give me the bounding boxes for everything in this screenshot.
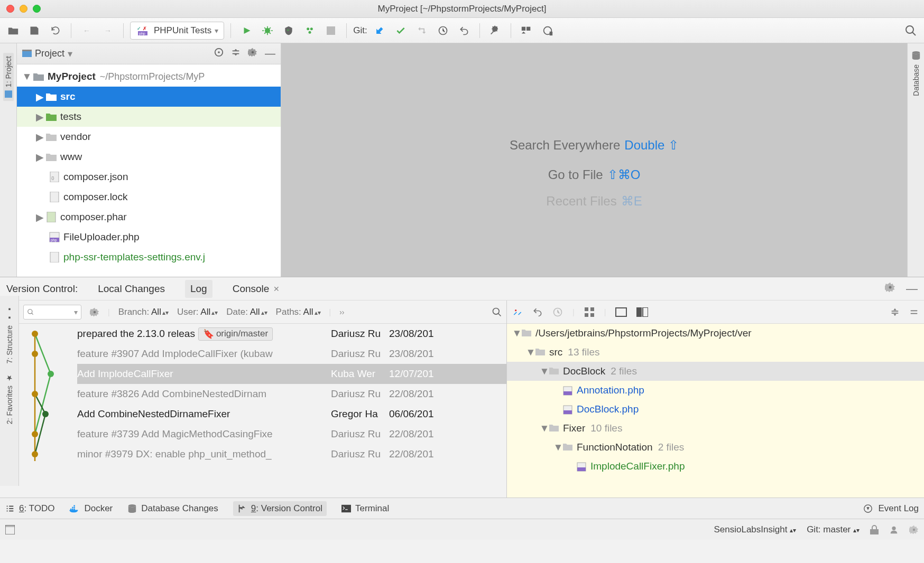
coverage-icon[interactable]: [280, 22, 298, 40]
more-icon[interactable]: ››: [339, 308, 344, 316]
log-row[interactable]: Add CombineNestedDirnameFixer Gregor Ha …: [77, 404, 506, 424]
log-row[interactable]: feature #3907 Add ImplodeCallFixer (kuba…: [77, 344, 506, 364]
log-search-input[interactable]: ▾: [23, 305, 81, 320]
locate-icon[interactable]: [214, 48, 224, 60]
structure-tool-tab[interactable]: 7: Structure ▪▪: [5, 305, 14, 363]
git-commit-icon[interactable]: [392, 22, 410, 40]
favorites-tool-tab[interactable]: 2: Favorites ★: [5, 374, 14, 424]
close-window-button[interactable]: [6, 5, 14, 13]
gear-status-icon[interactable]: [909, 525, 919, 534]
run-configuration-select[interactable]: ✓✗php PHPUnit Tests ▾: [130, 22, 224, 40]
db-changes-tool[interactable]: Database Changes: [127, 503, 218, 514]
tree-item-env-file[interactable]: php-ssr-templates-settings.env.j: [17, 247, 281, 267]
terminal-tool[interactable]: Terminal: [341, 503, 389, 514]
gear-icon[interactable]: [248, 48, 257, 60]
database-tool-tab[interactable]: Database: [912, 64, 920, 96]
git-compare-icon[interactable]: [413, 22, 431, 40]
collapse-all-icon[interactable]: [909, 307, 919, 317]
open-file-icon[interactable]: [4, 22, 22, 40]
project-view-select[interactable]: Project ▾: [22, 48, 72, 60]
log-row[interactable]: feature #3739 Add MagicMethodCasingFixe …: [77, 424, 506, 444]
log-row[interactable]: minor #3979 DX: enable php_unit_method_ …: [77, 444, 506, 464]
project-tool-tab[interactable]: 1: Project: [3, 53, 14, 101]
expand-all-icon[interactable]: [890, 307, 900, 317]
ide-scripting-icon[interactable]: [518, 22, 535, 40]
todo-tool[interactable]: 6: TODO: [5, 503, 54, 514]
refresh-icon[interactable]: [47, 22, 64, 40]
event-log-tool[interactable]: Event Log: [863, 503, 919, 514]
tree-item-composer-phar[interactable]: ▶ composer.phar: [17, 207, 281, 227]
tree-item-vendor[interactable]: ▶ vendor: [17, 127, 281, 147]
diff-folder-docblock[interactable]: ▼ DocBlock 2 files: [507, 362, 924, 381]
diff-file[interactable]: Annotation.php: [507, 381, 924, 400]
tree-item-composer-json[interactable]: {} composer.json: [17, 167, 281, 187]
expand-arrow-icon[interactable]: ▶: [35, 151, 44, 163]
stop-icon[interactable]: [322, 22, 340, 40]
tree-item-composer-lock[interactable]: composer.lock: [17, 187, 281, 207]
expand-arrow-icon[interactable]: ▶: [35, 211, 44, 223]
log-row-selected[interactable]: Add ImplodeCallFixer Kuba Wer 12/07/201: [77, 364, 506, 384]
split-view-icon[interactable]: [636, 307, 648, 317]
database-icon[interactable]: [911, 51, 921, 60]
git-history-icon[interactable]: [434, 22, 452, 40]
tree-item-src[interactable]: ▶ src: [17, 87, 281, 107]
tree-item-tests[interactable]: ▶ tests: [17, 107, 281, 127]
filter-date[interactable]: Date: All▴▾: [226, 307, 267, 317]
vcs-tool[interactable]: 9: Version Control: [233, 501, 327, 516]
minimize-panel-icon[interactable]: —: [906, 282, 918, 296]
history-icon[interactable]: [552, 307, 563, 317]
group-by-icon[interactable]: [584, 307, 595, 317]
run-icon[interactable]: [237, 22, 255, 40]
tree-item-fileuploader[interactable]: php FileUploader.php: [17, 227, 281, 247]
forward-icon[interactable]: →: [99, 22, 117, 40]
log-row[interactable]: prepared the 2.13.0 releas 🔖 origin/mast…: [77, 324, 506, 344]
revert-icon[interactable]: [532, 307, 543, 317]
tree-item-www[interactable]: ▶ www: [17, 147, 281, 167]
diff-folder-funcnotation[interactable]: ▼ FunctionNotation 2 files: [507, 438, 924, 457]
expand-arrow-icon[interactable]: ▼: [22, 71, 32, 82]
lock-icon[interactable]: [870, 525, 879, 534]
filter-user[interactable]: User: All▴▾: [177, 307, 218, 317]
git-branch-status[interactable]: Git: master ▴▾: [807, 524, 860, 535]
settings-icon[interactable]: [486, 22, 504, 40]
tab-log[interactable]: Log: [185, 280, 212, 298]
project-view-icon: [22, 50, 32, 58]
tab-local-changes[interactable]: Local Changes: [93, 280, 170, 298]
diff-folder-src[interactable]: ▼ src 13 files: [507, 343, 924, 362]
docker-tool[interactable]: Docker: [69, 503, 113, 514]
diff-folder-fixer[interactable]: ▼ Fixer 10 files: [507, 419, 924, 438]
save-all-icon[interactable]: [25, 22, 43, 40]
filter-branch[interactable]: Branch: All▴▾: [118, 307, 169, 317]
diff-file[interactable]: DocBlock.php: [507, 400, 924, 419]
inspector-icon[interactable]: [889, 525, 899, 534]
git-update-icon[interactable]: [371, 22, 389, 40]
collapse-all-icon[interactable]: [231, 48, 241, 60]
maximize-window-button[interactable]: [33, 5, 41, 13]
search-icon[interactable]: [902, 22, 920, 40]
gear-icon[interactable]: [90, 307, 99, 317]
log-row[interactable]: feature #3826 Add CombineNestedDirnam Da…: [77, 384, 506, 404]
diff-file[interactable]: ImplodeCallFixer.php: [507, 457, 924, 476]
folder-icon: [45, 152, 57, 162]
minimize-window-button[interactable]: [20, 5, 27, 13]
expand-arrow-icon[interactable]: ▶: [35, 111, 44, 123]
expand-arrow-icon[interactable]: ▶: [35, 131, 44, 143]
tab-console[interactable]: Console ✕: [227, 280, 285, 298]
git-rollback-icon[interactable]: [455, 22, 473, 40]
tool-windows-icon[interactable]: [5, 525, 15, 534]
close-tab-icon[interactable]: ✕: [273, 285, 280, 293]
tree-root[interactable]: ▼ MyProject ~/PhpstormProjects/MyP: [17, 67, 281, 87]
expand-arrow-icon[interactable]: ▶: [35, 91, 44, 103]
debug-icon[interactable]: [258, 22, 276, 40]
search-icon[interactable]: [492, 307, 502, 317]
filter-paths[interactable]: Paths: All▴▾: [276, 307, 321, 317]
back-icon[interactable]: ←: [78, 22, 96, 40]
cherry-pick-icon[interactable]: [512, 307, 523, 317]
preview-diff-icon[interactable]: [615, 307, 627, 317]
sync-icon[interactable]: [539, 22, 557, 40]
minimize-panel-icon[interactable]: —: [265, 48, 275, 60]
diff-root[interactable]: ▼ /Users/jetbrains/PhpstormProjects/MyPr…: [507, 324, 924, 343]
gear-icon[interactable]: [885, 282, 895, 296]
sensio-status[interactable]: SensioLabsInsight ▴▾: [714, 524, 796, 535]
profile-icon[interactable]: [301, 22, 319, 40]
